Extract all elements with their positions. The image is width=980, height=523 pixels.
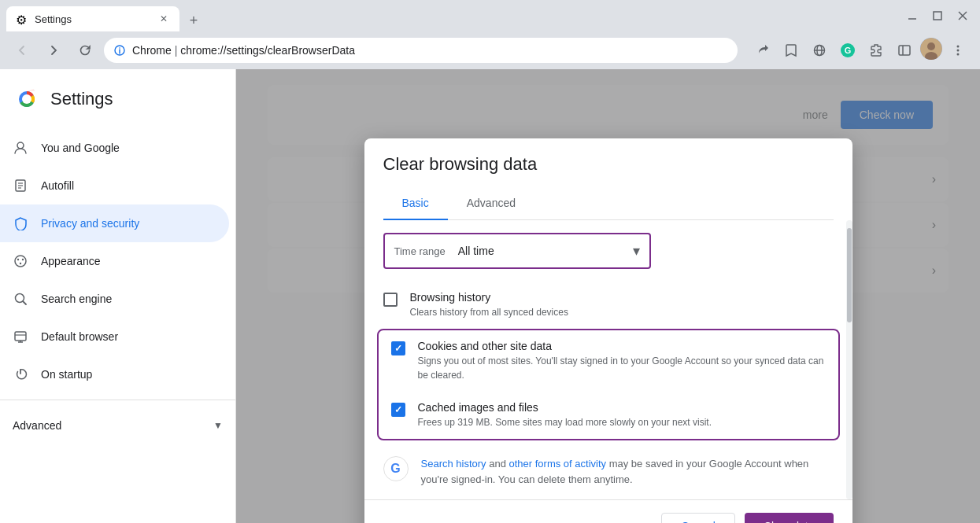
sidebar-item-label-appearance: Appearance <box>41 255 101 267</box>
dialog-tabs: Basic Advanced <box>383 187 834 220</box>
tab-favicon-icon: ⚙ <box>16 13 28 25</box>
svg-point-18 <box>957 50 960 52</box>
dialog-header: Clear browsing data Basic Advanced <box>364 138 852 220</box>
time-range-select[interactable]: Time range All time ▾ <box>383 233 651 269</box>
sidebar-item-label-default-browser: Default browser <box>41 330 118 343</box>
dialog-title: Clear browsing data <box>383 154 834 175</box>
svg-point-17 <box>957 46 960 48</box>
google-activity-section: G Search history and other forms of acti… <box>364 444 852 499</box>
sidebar-item-autofill[interactable]: Autofill <box>0 167 229 204</box>
sidebar-advanced-label: Advanced <box>13 419 61 432</box>
modal-overlay: Clear browsing data Basic Advanced <box>236 69 980 523</box>
bookmark-button[interactable] <box>778 38 804 63</box>
cancel-button[interactable]: Cancel <box>661 513 735 523</box>
cookies-desc: Signs you out of most sites. You'll stay… <box>418 354 826 382</box>
dialog-footer: Cancel Clear data <box>364 499 852 523</box>
dialog-scroll-container: Time range All time ▾ Browsing h <box>364 220 852 499</box>
time-range-label: Time range <box>394 245 446 257</box>
cookies-item[interactable]: ✓ Cookies and other site data Signs you … <box>379 330 838 392</box>
address-input[interactable]: Chrome | chrome://settings/clearBrowserD… <box>104 38 738 63</box>
sidebar-item-you-and-google[interactable]: You and Google <box>0 129 229 167</box>
sidebar-item-appearance[interactable]: Appearance <box>0 242 229 280</box>
sidebar-item-on-startup[interactable]: On startup <box>0 355 229 393</box>
other-forms-link[interactable]: other forms of activity <box>509 458 607 470</box>
active-tab[interactable]: ⚙ Settings ✕ <box>6 6 179 31</box>
sidebar-item-label-privacy: Privacy and security <box>41 217 139 230</box>
share-button[interactable] <box>750 38 775 63</box>
cookies-title: Cookies and other site data <box>418 340 826 352</box>
clear-browsing-data-dialog: Clear browsing data Basic Advanced <box>364 138 852 523</box>
grammarly-button[interactable]: G <box>835 38 860 63</box>
tab-bar: ⚙ Settings ✕ + <box>6 0 895 31</box>
google-g-icon: G <box>383 456 409 481</box>
profile-button[interactable] <box>920 38 942 60</box>
chain-button[interactable] <box>807 38 832 63</box>
sidebar-item-label-on-startup: On startup <box>41 368 92 381</box>
back-button[interactable] <box>9 38 35 63</box>
sidebar: Settings You and Google Autofill <box>0 69 236 523</box>
dropdown-arrow-icon: ▾ <box>633 242 640 260</box>
chevron-down-icon: ▼ <box>213 420 223 431</box>
new-tab-button[interactable]: + <box>183 9 205 31</box>
time-range-row: Time range All time ▾ <box>364 220 852 282</box>
cached-checkbox[interactable]: ✓ <box>391 403 405 417</box>
tab-advanced[interactable]: Advanced <box>448 187 534 220</box>
sidebar-item-search-engine[interactable]: Search engine <box>0 280 229 318</box>
refresh-button[interactable] <box>72 38 98 63</box>
checkmark-icon-2: ✓ <box>394 404 402 415</box>
browsing-history-item[interactable]: Browsing history Clears history from all… <box>364 282 852 329</box>
sidebar-item-label-autofill: Autofill <box>41 179 74 192</box>
checkmark-icon: ✓ <box>394 343 402 354</box>
extensions-button[interactable] <box>864 38 889 63</box>
browsing-history-checkbox[interactable] <box>383 293 398 307</box>
forward-button[interactable] <box>41 38 66 63</box>
svg-point-22 <box>22 94 31 104</box>
person-icon <box>13 140 28 156</box>
tab-basic[interactable]: Basic <box>383 187 448 220</box>
sidebar-item-advanced[interactable]: Advanced ▼ <box>0 407 235 444</box>
cookies-checkbox[interactable]: ✓ <box>391 341 405 355</box>
sidebar-item-privacy-and-security[interactable]: Privacy and security <box>0 204 229 242</box>
menu-button[interactable] <box>945 38 971 63</box>
svg-line-33 <box>23 301 26 304</box>
cached-item[interactable]: ✓ Cached images and files Frees up 319 M… <box>379 392 838 439</box>
svg-rect-1 <box>934 12 941 20</box>
cookies-section: ✓ Cookies and other site data Signs you … <box>377 329 840 440</box>
browsing-history-desc: Clears history from all synced devices <box>410 305 834 319</box>
web-icon <box>13 329 28 344</box>
title-bar: ⚙ Settings ✕ + <box>0 0 980 31</box>
activity-text: Search history and other forms of activi… <box>421 456 834 487</box>
svg-text:G: G <box>845 46 852 55</box>
search-history-link[interactable]: Search history <box>421 458 486 470</box>
sidebar-toggle-button[interactable] <box>892 38 917 63</box>
address-actions: G <box>750 38 971 63</box>
maximize-button[interactable] <box>926 5 949 27</box>
clear-data-button[interactable]: Clear data <box>745 513 834 523</box>
dialog-scrollbar[interactable] <box>846 220 852 499</box>
minimize-button[interactable] <box>901 5 923 27</box>
window-controls <box>901 5 974 27</box>
main-area: Settings You and Google Autofill <box>0 69 980 523</box>
browser-frame: ⚙ Settings ✕ + <box>0 0 980 523</box>
sidebar-item-label-you-and-google: You and Google <box>41 142 120 154</box>
browsing-history-content: Browsing history Clears history from all… <box>410 291 834 319</box>
svg-point-30 <box>22 259 24 260</box>
power-icon <box>13 366 28 382</box>
sidebar-item-default-browser[interactable]: Default browser <box>0 318 229 355</box>
svg-rect-34 <box>15 332 26 341</box>
cached-content: Cached images and files Frees up 319 MB.… <box>418 401 826 429</box>
dialog-scrollbar-thumb <box>847 228 852 322</box>
chrome-logo-icon <box>13 85 41 113</box>
activity-text-and: and <box>486 458 509 470</box>
svg-point-31 <box>20 263 21 264</box>
site-info-icon[interactable] <box>113 44 126 57</box>
svg-point-6 <box>119 47 120 49</box>
description-icon <box>13 178 28 193</box>
tab-close-button[interactable]: ✕ <box>157 13 170 25</box>
address-bar: Chrome | chrome://settings/clearBrowserD… <box>0 31 980 69</box>
sidebar-navigation: You and Google Autofill Privacy and secu… <box>0 129 235 444</box>
cookies-content: Cookies and other site data Signs you ou… <box>418 340 826 382</box>
close-window-button[interactable] <box>952 5 974 27</box>
sidebar-header: Settings <box>0 69 235 129</box>
content-area: more Check now › › › Clear brows <box>236 69 980 523</box>
